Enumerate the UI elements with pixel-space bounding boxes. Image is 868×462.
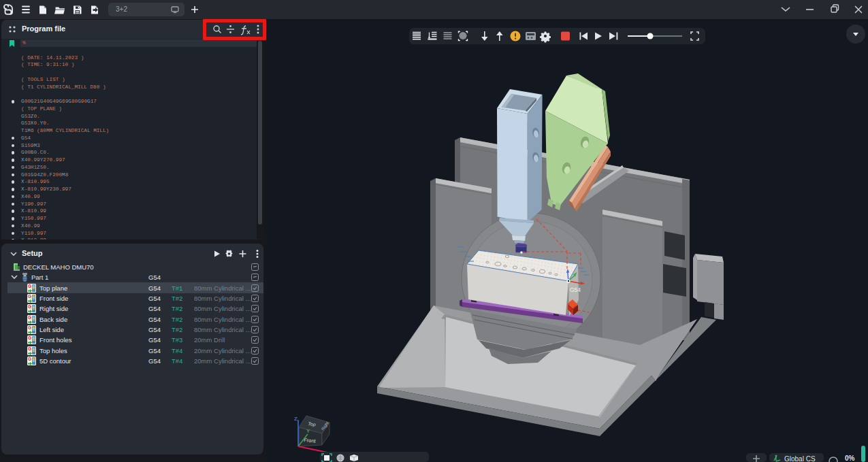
svg-text:G: G xyxy=(28,284,31,288)
svg-text:G: G xyxy=(28,294,31,299)
svg-text:Front: Front xyxy=(304,437,317,444)
svg-text:Y: Y xyxy=(306,428,310,434)
svg-text:Z: Z xyxy=(294,416,298,422)
svg-text:G: G xyxy=(28,315,31,320)
svg-text:Global CS: Global CS xyxy=(784,455,816,462)
svg-text:G: G xyxy=(28,357,31,361)
svg-text:G: G xyxy=(28,325,31,330)
svg-text:G: G xyxy=(28,335,31,340)
svg-text:G: G xyxy=(28,304,31,309)
svg-text:G: G xyxy=(28,346,31,351)
